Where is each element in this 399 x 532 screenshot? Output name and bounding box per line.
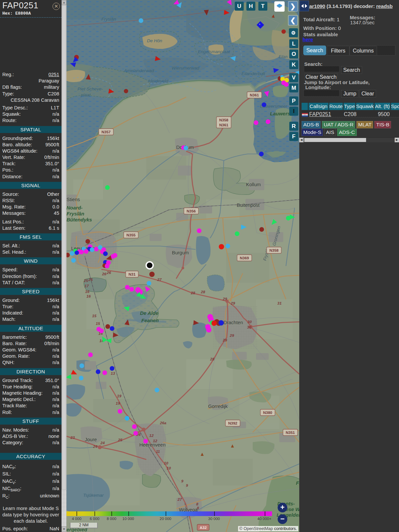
- svg-text:24: 24: [100, 441, 105, 445]
- svg-text:Tsjûkemar: Tsjûkemar: [83, 493, 104, 498]
- svg-text:10: 10: [164, 461, 168, 465]
- svg-text:28: 28: [191, 291, 195, 295]
- svg-text:Burgum: Burgum: [172, 250, 189, 255]
- svg-text:Fri: Fri: [296, 480, 299, 486]
- svg-text:N358: N358: [269, 248, 279, 252]
- svg-text:Fryslân: Fryslân: [101, 17, 116, 22]
- svg-text:26: 26: [102, 272, 106, 276]
- svg-text:8: 8: [197, 506, 199, 510]
- svg-text:Heerenveen: Heerenveen: [139, 442, 166, 448]
- svg-text:9: 9: [181, 479, 184, 483]
- svg-text:Eilanderbult: Eilanderbult: [241, 71, 266, 76]
- svg-text:Piet Scheve-: Piet Scheve-: [77, 86, 103, 91]
- svg-text:16: 16: [86, 294, 91, 298]
- svg-text:23: 23: [70, 436, 75, 440]
- svg-text:Fryslân: Fryslân: [66, 211, 84, 216]
- svg-text:Heideveld: Heideveld: [148, 78, 169, 83]
- svg-text:Stiens: Stiens: [66, 197, 80, 202]
- svg-text:N358: N358: [219, 118, 228, 122]
- svg-text:N361: N361: [250, 93, 259, 97]
- svg-text:N392: N392: [228, 421, 237, 425]
- svg-text:25: 25: [118, 438, 122, 442]
- svg-text:Buitenpost: Buitenpost: [237, 202, 260, 208]
- svg-text:Feanen: Feanen: [141, 318, 159, 323]
- svg-text:31: 31: [277, 301, 282, 305]
- svg-text:8: 8: [196, 502, 199, 506]
- svg-text:N351: N351: [286, 431, 295, 435]
- svg-text:30: 30: [247, 325, 251, 329]
- svg-text:Noard-: Noard-: [66, 205, 82, 210]
- svg-text:28: 28: [200, 290, 205, 294]
- svg-text:19: 19: [116, 401, 120, 405]
- svg-text:A32: A32: [200, 526, 206, 530]
- svg-text:N369: N369: [240, 256, 249, 260]
- svg-text:Drachten: Drachten: [223, 320, 243, 325]
- svg-text:Eilan: Eilan: [279, 55, 288, 59]
- svg-text:29: 29: [229, 333, 234, 337]
- svg-text:15: 15: [96, 322, 100, 326]
- svg-text:24: 24: [93, 445, 97, 449]
- svg-text:19: 19: [117, 394, 121, 398]
- svg-text:Amelanderwad: Amelanderwad: [124, 68, 154, 73]
- svg-text:26: 26: [106, 271, 111, 275]
- svg-text:De Alde: De Alde: [140, 310, 158, 316]
- svg-text:plaat: plaat: [80, 92, 91, 97]
- svg-text:27: 27: [157, 278, 162, 282]
- svg-text:28: 28: [210, 357, 214, 361]
- svg-text:30: 30: [247, 320, 252, 324]
- svg-text:De Hôn: De Hôn: [147, 38, 162, 43]
- svg-text:29: 29: [222, 297, 227, 301]
- svg-text:N357: N357: [101, 130, 111, 134]
- svg-text:15: 15: [92, 314, 96, 318]
- svg-text:25: 25: [83, 279, 88, 283]
- svg-text:9: 9: [186, 483, 188, 487]
- svg-text:Gorredijk: Gorredijk: [208, 404, 228, 409]
- svg-text:Joure: Joure: [85, 437, 97, 442]
- svg-text:N355: N355: [126, 233, 136, 237]
- svg-text:Kollum: Kollum: [246, 182, 261, 187]
- svg-text:N356: N356: [187, 209, 196, 213]
- svg-text:N361: N361: [219, 123, 228, 127]
- svg-text:Engelsmanplaat: Engelsmanplaat: [198, 49, 230, 54]
- svg-text:29: 29: [222, 338, 227, 342]
- svg-text:12: 12: [153, 439, 157, 443]
- svg-text:26a: 26a: [160, 421, 167, 425]
- svg-text:16: 16: [85, 290, 89, 294]
- svg-text:27: 27: [177, 497, 182, 501]
- svg-text:Wierumerwad: Wierumerwad: [172, 66, 200, 70]
- svg-text:29: 29: [230, 301, 235, 305]
- svg-text:N31: N31: [128, 272, 136, 276]
- svg-text:Bûtendyks: Bûtendyks: [66, 217, 92, 222]
- svg-text:10: 10: [167, 466, 171, 470]
- svg-text:11: 11: [156, 450, 160, 454]
- svg-text:N380: N380: [263, 411, 272, 415]
- svg-text:25: 25: [88, 278, 93, 282]
- svg-text:12: 12: [149, 434, 154, 438]
- svg-text:17: 17: [84, 284, 89, 288]
- svg-text:13: 13: [111, 371, 115, 375]
